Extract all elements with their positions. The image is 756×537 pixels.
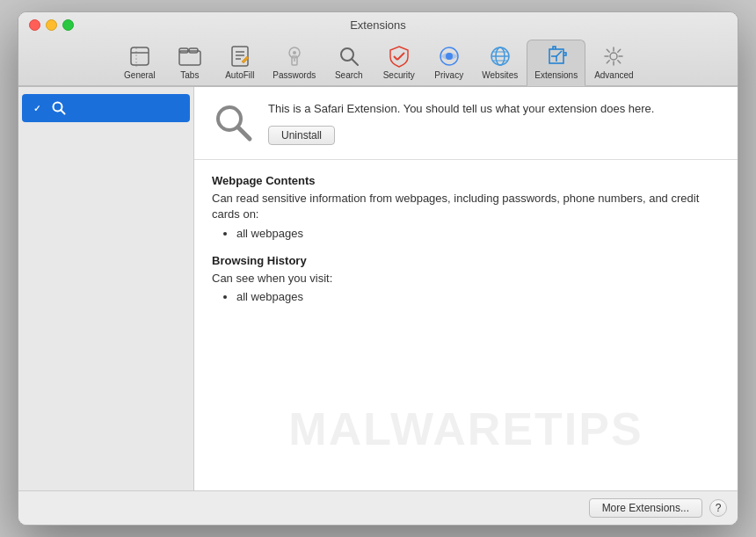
search-toolbar-icon bbox=[337, 44, 361, 69]
browsing-history-group: Browsing History Can see when you visit:… bbox=[212, 254, 720, 303]
sidebar-item-search-ext[interactable] bbox=[22, 94, 190, 122]
advanced-icon bbox=[601, 44, 626, 69]
security-label: Security bbox=[383, 70, 415, 80]
extension-info: This is a Safari Extension. You should t… bbox=[194, 87, 738, 160]
browsing-history-title: Browsing History bbox=[212, 254, 720, 267]
toolbar-item-privacy[interactable]: Privacy bbox=[425, 40, 473, 85]
title-bar-top: Extensions bbox=[29, 19, 727, 31]
autofill-label: AutoFill bbox=[225, 70, 254, 80]
privacy-icon bbox=[437, 44, 462, 69]
main-window: Extensions General bbox=[18, 11, 738, 526]
extension-large-icon bbox=[212, 101, 254, 143]
toolbar-item-tabs[interactable]: Tabs bbox=[165, 40, 214, 85]
browsing-history-list: all webpages bbox=[212, 290, 720, 303]
general-icon bbox=[127, 44, 152, 69]
general-label: General bbox=[124, 70, 156, 80]
websites-label: Websites bbox=[482, 70, 518, 80]
watermark: MALWARETIPS bbox=[288, 403, 643, 455]
toolbar-item-general[interactable]: General bbox=[115, 40, 164, 85]
tabs-icon bbox=[178, 44, 202, 69]
advanced-label: Advanced bbox=[594, 70, 633, 80]
extension-checkbox[interactable] bbox=[31, 102, 43, 114]
svg-rect-6 bbox=[232, 47, 248, 66]
svg-line-15 bbox=[352, 59, 358, 65]
toolbar-item-search[interactable]: Search bbox=[324, 40, 373, 85]
toolbar-item-websites[interactable]: Websites bbox=[475, 40, 525, 85]
browsing-history-item-0: all webpages bbox=[236, 290, 720, 303]
svg-line-29 bbox=[238, 127, 250, 139]
svg-point-19 bbox=[446, 53, 453, 60]
help-button[interactable]: ? bbox=[709, 499, 727, 517]
svg-point-25 bbox=[610, 53, 617, 60]
footer: More Extensions... ? bbox=[18, 490, 738, 525]
webpage-contents-title: Webpage Contents bbox=[212, 174, 720, 187]
privacy-label: Privacy bbox=[434, 70, 463, 80]
webpage-contents-group: Webpage Contents Can read sensitive info… bbox=[212, 174, 720, 239]
permissions-section: Webpage Contents Can read sensitive info… bbox=[194, 160, 738, 490]
maximize-button[interactable] bbox=[62, 19, 74, 31]
traffic-lights bbox=[29, 19, 74, 31]
svg-point-12 bbox=[293, 51, 296, 54]
svg-line-27 bbox=[61, 110, 65, 114]
toolbar-item-security[interactable]: Security bbox=[374, 40, 423, 85]
content-area: This is a Safari Extension. You should t… bbox=[18, 86, 738, 490]
websites-icon bbox=[488, 44, 512, 69]
browsing-history-desc: Can see when you visit: bbox=[212, 271, 720, 287]
webpage-contents-item-0: all webpages bbox=[236, 227, 720, 240]
extensions-label: Extensions bbox=[534, 70, 578, 80]
passwords-icon bbox=[282, 44, 307, 69]
title-bar: Extensions General bbox=[18, 12, 738, 86]
toolbar-item-passwords[interactable]: Passwords bbox=[265, 40, 323, 85]
webpage-contents-list: all webpages bbox=[212, 227, 720, 240]
extension-text: This is a Safari Extension. You should t… bbox=[268, 101, 720, 145]
security-icon bbox=[387, 44, 411, 69]
toolbar-item-advanced[interactable]: Advanced bbox=[587, 40, 640, 85]
toolbar: General Tabs bbox=[29, 36, 727, 85]
toolbar-item-autofill[interactable]: AutoFill bbox=[215, 40, 264, 85]
sidebar bbox=[18, 87, 194, 490]
main-panel: This is a Safari Extension. You should t… bbox=[194, 87, 738, 490]
search-label: Search bbox=[335, 70, 363, 80]
close-button[interactable] bbox=[29, 19, 40, 31]
minimize-button[interactable] bbox=[46, 19, 57, 31]
uninstall-button[interactable]: Uninstall bbox=[268, 126, 335, 145]
tabs-label: Tabs bbox=[180, 70, 199, 80]
more-extensions-button[interactable]: More Extensions... bbox=[589, 498, 702, 518]
passwords-label: Passwords bbox=[273, 70, 316, 80]
svg-line-17 bbox=[397, 53, 404, 60]
svg-line-16 bbox=[394, 56, 397, 60]
toolbar-item-extensions[interactable]: Extensions bbox=[527, 40, 585, 86]
webpage-contents-desc: Can read sensitive information from webp… bbox=[212, 191, 720, 222]
extensions-icon bbox=[544, 44, 569, 69]
extension-description: This is a Safari Extension. You should t… bbox=[268, 101, 720, 117]
extension-sidebar-icon bbox=[50, 99, 68, 117]
window-title: Extensions bbox=[350, 18, 406, 32]
autofill-icon bbox=[228, 44, 252, 69]
svg-rect-0 bbox=[131, 47, 149, 65]
